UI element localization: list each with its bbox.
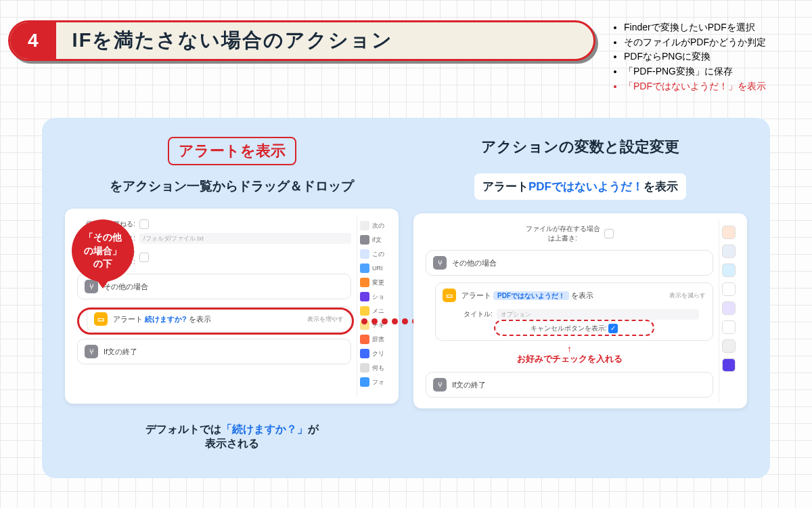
right-title: アクションの変数と設定変更 [413, 137, 747, 157]
action-sidebar: 次の if文 この URI 変更 ショ メニ テキ 辞書 クリ 何も フォ [357, 215, 392, 397]
step-item: Finderで変換したいPDFを選択 [624, 20, 804, 35]
steps-list: Finderで変換したいPDFを選択 そのファイルがPDFかどうか判定 PDFな… [608, 20, 804, 93]
alert-icon: ▭ [443, 289, 456, 302]
step-item: 「PDF-PNG変換」に保存 [624, 64, 804, 79]
highlight-dashed [494, 320, 654, 336]
step-item: そのファイルがPDFかどうか判定 [624, 35, 804, 50]
left-column: アラートを表示 をアクション一覧からドラッグ＆ドロップ 「その他 の場合」 の下… [65, 137, 399, 451]
callout-badge: 「その他 の場合」 の下 [72, 219, 134, 282]
hint-text: お好みでチェックを入れる [426, 343, 713, 365]
section-number: 4 [10, 22, 56, 59]
else-block[interactable]: ⑂ その他の場合 [426, 250, 713, 276]
endif-block[interactable]: ⑂ If文の終了 [426, 372, 713, 398]
branch-icon: ⑂ [433, 378, 447, 391]
step-item: PDFならPNGに変換 [624, 49, 804, 64]
alert-block-config[interactable]: ▭ アラート PDFではないようだ！ を表示 表示を減らす タイトル: オプショ… [435, 282, 713, 341]
section-title: IFを満たさない場合のアクション [56, 27, 394, 54]
left-caption: デフォルトでは「続けますか？」が 表示される [65, 423, 399, 451]
highlight-ring [77, 308, 354, 335]
screenshot-right: ファイルが存在する場合 は上書き: ⑂ その他の場合 ▭ アラート PDFではな… [413, 213, 747, 408]
left-subtitle: をアクション一覧からドラッグ＆ドロップ [65, 177, 399, 195]
else-block[interactable]: ⑂ その他の場合 [77, 274, 351, 299]
branch-icon: ⑂ [433, 256, 447, 270]
content-card: アラートを表示 をアクション一覧からドラッグ＆ドロップ 「その他 の場合」 の下… [42, 118, 770, 478]
step-item-active: 「PDFではないようだ！」を表示 [624, 79, 804, 94]
branch-icon: ⑂ [85, 345, 98, 358]
toolbar-side [719, 220, 740, 402]
endif-block[interactable]: ⑂ If文の終了 [77, 339, 351, 364]
section-title-pill: 4 IFを満たさない場合のアクション [8, 20, 595, 61]
red-pill: アラートを表示 [168, 137, 296, 165]
right-column: アクションの変数と設定変更 アラートPDFではないようだ！を表示 ファイルが存在… [413, 137, 747, 451]
right-subtitle: アラートPDFではないようだ！を表示 [474, 173, 686, 200]
